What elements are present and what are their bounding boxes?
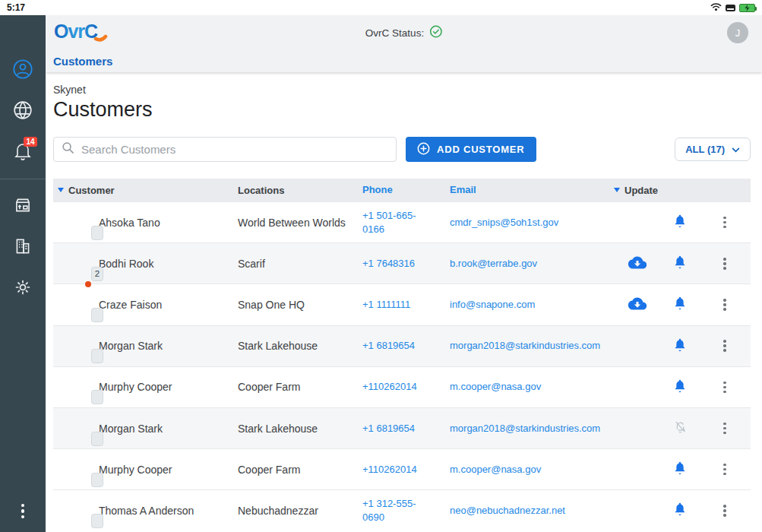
- building-icon: [13, 236, 33, 256]
- update-cell[interactable]: [614, 297, 661, 312]
- search-input[interactable]: [81, 143, 388, 156]
- table-row[interactable]: Ahsoka Tano World Between Worlds +1 501-…: [53, 201, 751, 242]
- breadcrumb-bar: Customers: [46, 50, 762, 72]
- notify-toggle[interactable]: [661, 338, 699, 354]
- bell-off-icon: [674, 420, 687, 436]
- page-title: Customers: [53, 98, 751, 122]
- email-link[interactable]: morgan2018@starkindustries.com: [450, 339, 614, 353]
- row-menu-button[interactable]: [699, 214, 751, 232]
- column-header-customer[interactable]: Customer: [53, 185, 238, 196]
- sidebar-item-inventory[interactable]: [0, 190, 46, 220]
- kebab-icon: [720, 214, 729, 232]
- inventory-box-icon: [13, 195, 33, 215]
- bell-on-icon: [674, 461, 686, 477]
- table-row[interactable]: Thomas A Anderson Nebuchadnezzar +1 312-…: [53, 489, 751, 530]
- sidebar-item-company[interactable]: [0, 231, 46, 261]
- count-badge: [91, 390, 103, 404]
- dock-icon: [726, 5, 735, 11]
- table-row[interactable]: Craze Faison Snap One HQ +1 1111111 info…: [53, 283, 751, 325]
- update-cell[interactable]: [614, 462, 661, 477]
- email-link[interactable]: cmdr_snips@5oh1st.gov: [450, 216, 614, 230]
- update-cell[interactable]: [614, 503, 661, 518]
- notify-toggle[interactable]: [661, 502, 699, 518]
- customers-table: Customer Locations Phone Email Update Ah…: [53, 179, 751, 531]
- email-link[interactable]: morgan2018@starkindustries.com: [450, 422, 614, 435]
- phone-link[interactable]: +1 1111111: [362, 298, 450, 312]
- email-link[interactable]: m.cooper@nasa.gov: [450, 380, 614, 394]
- add-customer-label: ADD CUSTOMER: [437, 144, 525, 155]
- row-menu-button[interactable]: [699, 337, 751, 355]
- cloud-download-icon[interactable]: [628, 297, 647, 312]
- phone-link[interactable]: +1 501-665-0166: [362, 209, 450, 236]
- logo-text: OvrC: [54, 21, 98, 42]
- cloud-download-icon[interactable]: [628, 256, 647, 271]
- customer-cell: Thomas A Anderson: [53, 505, 238, 517]
- kebab-icon: [720, 296, 729, 314]
- row-menu-button[interactable]: [699, 296, 751, 314]
- row-menu-button[interactable]: [699, 420, 751, 438]
- table-row[interactable]: Murphy Cooper Cooper Farm +110262014 m.c…: [53, 366, 751, 407]
- phone-link[interactable]: +1 312-555-0690: [362, 497, 450, 524]
- customer-name: Ahsoka Tano: [99, 217, 160, 229]
- table-row[interactable]: 2 Bodhi Rook Scarif +1 7648316 b.rook@te…: [53, 242, 751, 283]
- customer-cell: Morgan Stark: [53, 340, 238, 352]
- row-menu-button[interactable]: [699, 378, 751, 397]
- notify-toggle[interactable]: [661, 461, 699, 477]
- notify-toggle[interactable]: [661, 420, 699, 436]
- email-link[interactable]: b.rook@terrabe.gov: [450, 257, 614, 271]
- notify-toggle[interactable]: [661, 296, 699, 312]
- phone-link[interactable]: +110262014: [362, 380, 450, 394]
- bell-on-icon: [674, 255, 686, 271]
- email-link[interactable]: info@snapone.com: [450, 298, 614, 312]
- search-box[interactable]: [53, 137, 397, 162]
- location-cell: Snap One HQ: [238, 299, 362, 311]
- customer-name: Craze Faison: [99, 299, 162, 311]
- phone-link[interactable]: +110262014: [362, 463, 450, 477]
- count-badge: [91, 514, 103, 528]
- bell-on-icon: [674, 214, 686, 230]
- update-cell[interactable]: [614, 379, 661, 394]
- row-menu-button[interactable]: [699, 461, 751, 479]
- sidebar-item-settings[interactable]: [0, 272, 46, 302]
- table-row[interactable]: Morgan Stark Stark Lakehouse +1 6819654 …: [53, 325, 751, 366]
- email-link[interactable]: m.cooper@nasa.gov: [450, 463, 614, 477]
- email-link[interactable]: neo@nebuchadnezzar.net: [450, 504, 614, 518]
- alert-dot: [85, 281, 91, 287]
- notify-toggle[interactable]: [661, 214, 699, 230]
- breadcrumb[interactable]: Customers: [53, 55, 112, 68]
- bell-on-icon: [674, 502, 686, 518]
- notify-toggle[interactable]: [661, 379, 699, 395]
- sidebar-more-menu-button[interactable]: [21, 504, 25, 519]
- column-header-update[interactable]: Update: [614, 185, 661, 196]
- notify-toggle[interactable]: [661, 255, 699, 271]
- table-row[interactable]: Morgan Stark Stark Lakehouse +1 6819654 …: [53, 407, 751, 448]
- phone-link[interactable]: +1 6819654: [362, 422, 450, 435]
- update-cell[interactable]: [614, 338, 661, 353]
- customer-cell: Morgan Stark: [53, 423, 238, 435]
- count-badge: [91, 473, 103, 487]
- location-cell: Scarif: [238, 258, 362, 270]
- row-menu-button[interactable]: [699, 255, 751, 273]
- update-cell[interactable]: [614, 421, 661, 436]
- search-icon: [62, 141, 74, 157]
- gear-icon: [13, 277, 33, 297]
- table-row[interactable]: Murphy Cooper Cooper Farm +110262014 m.c…: [53, 448, 751, 489]
- device-status-bar: 5:17: [0, 0, 762, 15]
- phone-link[interactable]: +1 6819654: [362, 339, 450, 353]
- filter-dropdown[interactable]: ALL (17): [675, 138, 751, 161]
- sidebar-item-notifications[interactable]: 14: [0, 136, 46, 166]
- controls-row: ADD CUSTOMER ALL (17): [53, 137, 751, 162]
- avatar[interactable]: J: [727, 22, 748, 43]
- customer-name: Thomas A Anderson: [99, 505, 194, 517]
- wifi-icon: [710, 1, 722, 14]
- update-cell[interactable]: [614, 256, 661, 271]
- sidebar-item-customers[interactable]: [0, 54, 46, 84]
- main-content: Skynet Customers ADD CUSTOMER ALL (17): [46, 72, 762, 532]
- phone-link[interactable]: +1 7648316: [362, 257, 450, 271]
- row-menu-button[interactable]: [699, 502, 751, 520]
- person-circle-icon: [12, 59, 33, 80]
- add-customer-button[interactable]: ADD CUSTOMER: [406, 137, 536, 162]
- update-cell[interactable]: [614, 215, 661, 230]
- kebab-icon: [720, 255, 729, 273]
- sidebar-item-network[interactable]: [0, 95, 46, 125]
